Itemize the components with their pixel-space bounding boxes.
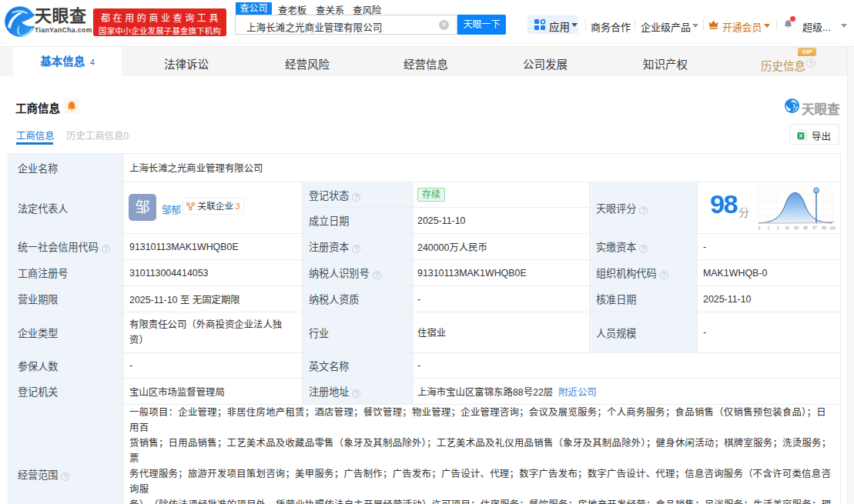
svg-text:97: 97 [812, 225, 817, 230]
svg-text:50: 50 [794, 225, 799, 230]
svg-text:15: 15 [785, 225, 789, 230]
svg-text:3: 3 [777, 225, 779, 230]
svg-text:99: 99 [822, 225, 826, 230]
svg-text:0: 0 [759, 225, 761, 230]
svg-text:1: 1 [768, 225, 770, 230]
svg-text:85: 85 [803, 225, 808, 230]
svg-text:100: 100 [829, 225, 836, 230]
